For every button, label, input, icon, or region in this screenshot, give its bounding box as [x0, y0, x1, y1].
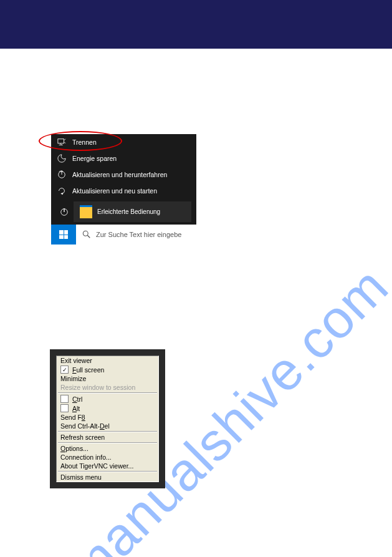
tile-label: Erleichterte Bedienung [97, 208, 160, 215]
svg-rect-0 [58, 139, 64, 143]
disconnect-icon [57, 138, 66, 147]
menu-item-disconnect[interactable]: Trennen [51, 134, 196, 150]
menu-label: Send F8 [60, 414, 85, 421]
menu-separator [58, 431, 157, 432]
start-button[interactable] [51, 225, 76, 245]
menu-label: Send Ctrl-Alt-Del [60, 422, 110, 430]
checkbox-icon [60, 404, 69, 412]
svg-line-3 [64, 139, 65, 140]
menu-label: Exit viewer [60, 357, 92, 364]
search-input[interactable]: Zur Suche Text hier eingebe [76, 225, 196, 245]
update-shutdown-icon [57, 170, 66, 179]
menu-label: Refresh screen [60, 433, 105, 441]
svg-line-4 [64, 142, 65, 143]
menu-item-update-restart[interactable]: Aktualisieren und neu starten [51, 183, 196, 199]
menu-separator [58, 471, 157, 472]
vnc-menu-item[interactable]: ✓Full screen [57, 365, 158, 374]
vnc-menu-item[interactable]: Connection info... [57, 453, 158, 462]
vnc-menu-item[interactable]: Send Ctrl-Alt-Del [57, 422, 158, 430]
menu-label: Full screen [72, 366, 104, 374]
vnc-menu-item[interactable]: Dismiss menu [57, 473, 158, 482]
vnc-context-menu: Exit viewer✓Full screenMinimizeResize wi… [50, 349, 165, 488]
checkbox-icon [60, 395, 69, 403]
vnc-menu-item[interactable]: Minimize [57, 374, 158, 383]
menu-label: About TigerVNC viewer... [60, 462, 133, 470]
vnc-menu-item[interactable]: About TigerVNC viewer... [57, 462, 158, 470]
svg-line-12 [87, 235, 90, 238]
windows-logo-icon [59, 230, 68, 239]
header-band [0, 0, 392, 49]
ease-of-access-tile[interactable]: Erleichterte Bedienung [74, 201, 191, 222]
svg-marker-7 [62, 170, 63, 173]
menu-label: Connection info... [60, 453, 112, 461]
vnc-menu-item[interactable]: Refresh screen [57, 433, 158, 442]
menu-label: Aktualisieren und herunterfahren [72, 171, 167, 178]
menu-separator [58, 442, 157, 443]
power-icon[interactable] [55, 208, 74, 216]
vnc-menu-item[interactable]: Send F8 [57, 413, 158, 422]
menu-item-sleep[interactable]: Energie sparen [51, 150, 196, 167]
vnc-menu-item[interactable]: Ctrl [57, 394, 158, 404]
svg-marker-8 [60, 193, 63, 195]
search-placeholder: Zur Suche Text hier eingebe [96, 231, 181, 238]
menu-label: Dismiss menu [60, 473, 102, 481]
vnc-menu-item[interactable]: Alt [57, 404, 158, 413]
menu-label: Energie sparen [72, 155, 117, 162]
svg-point-11 [83, 231, 88, 236]
menu-item-update-shutdown[interactable]: Aktualisieren und herunterfahren [51, 167, 196, 183]
menu-label: Options... [60, 445, 88, 452]
vnc-menu-item[interactable]: Options... [57, 444, 158, 453]
update-restart-icon [57, 186, 66, 195]
vnc-menu-item[interactable]: Exit viewer [57, 356, 158, 365]
menu-label: Alt [72, 405, 80, 412]
folder-icon [80, 205, 92, 218]
search-icon [82, 230, 91, 239]
vnc-menu-item: Resize window to session [57, 383, 158, 392]
menu-label: Resize window to session [60, 384, 135, 391]
menu-label: Aktualisieren und neu starten [72, 187, 157, 195]
menu-label: Ctrl [72, 395, 82, 403]
menu-label: Trennen [72, 138, 97, 146]
moon-icon [57, 154, 66, 163]
windows-start-menu: Trennen Energie sparen Aktualisieren und… [51, 134, 196, 245]
checkbox-icon: ✓ [60, 366, 69, 374]
menu-label: Minimize [60, 375, 86, 382]
menu-separator [58, 392, 157, 394]
